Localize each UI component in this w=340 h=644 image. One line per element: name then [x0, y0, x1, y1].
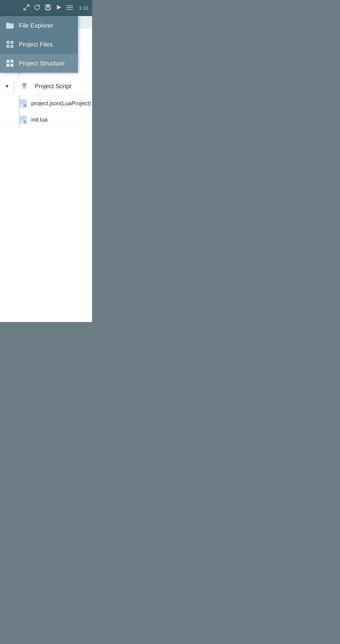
- project-script-header[interactable]: ▼ Project Script: [0, 77, 92, 95]
- refresh-icon[interactable]: [34, 4, 40, 12]
- toolbar: 1:10: [0, 0, 92, 16]
- svg-rect-49: [6, 64, 10, 67]
- svg-rect-44: [6, 45, 10, 48]
- dropdown-menu: File Explorer Project Files: [0, 16, 78, 73]
- tree-item-init-lua-2[interactable]: init.lua: [0, 112, 92, 128]
- svg-line-1: [24, 8, 26, 10]
- svg-rect-42: [6, 24, 14, 28]
- svg-marker-5: [57, 5, 61, 10]
- svg-marker-35: [22, 87, 27, 90]
- project-structure-label: Project Structure: [19, 60, 65, 67]
- section-divider: [14, 82, 14, 91]
- dropdown-project-structure[interactable]: Project Structure: [0, 54, 78, 73]
- tree-item-project-json[interactable]: project.json(LuaProject): [0, 95, 92, 112]
- svg-rect-4: [46, 7, 50, 10]
- svg-rect-46: [10, 45, 14, 48]
- collapse-icon[interactable]: [24, 4, 30, 12]
- menu-icon[interactable]: [66, 4, 73, 12]
- json-file-icon: [19, 99, 28, 108]
- dropdown-file-explorer[interactable]: File Explorer: [0, 16, 78, 35]
- save-icon[interactable]: [44, 4, 51, 12]
- vertical-line: [19, 112, 20, 128]
- toolbar-time: 1:10: [79, 6, 88, 11]
- grid-icon: [6, 40, 14, 49]
- svg-rect-50: [10, 64, 14, 67]
- svg-rect-47: [6, 60, 10, 63]
- project-json-label: project.json(LuaProject): [31, 100, 91, 107]
- svg-rect-43: [6, 41, 10, 44]
- init-lua-2-label: init.lua: [31, 116, 48, 123]
- project-script-label: Project Script: [35, 82, 71, 90]
- tiles-icon: [6, 59, 14, 68]
- init-lua-2-file-icon: [19, 116, 28, 124]
- svg-rect-48: [10, 60, 14, 63]
- file-explorer-label: File Explorer: [19, 22, 53, 29]
- toolbar-actions: 1:10: [24, 4, 88, 12]
- main-content: moProject) L: [0, 16, 92, 322]
- folder-icon: [6, 21, 14, 30]
- layers-icon: [20, 82, 28, 90]
- svg-rect-37: [20, 100, 26, 104]
- project-files-label: Project Files: [19, 41, 53, 48]
- vertical-line: [19, 95, 20, 112]
- svg-line-0: [27, 5, 29, 7]
- svg-rect-3: [46, 5, 49, 7]
- play-icon[interactable]: [56, 4, 62, 12]
- svg-rect-40: [20, 116, 26, 121]
- dropdown-project-files[interactable]: Project Files: [0, 35, 78, 54]
- svg-rect-45: [10, 41, 14, 44]
- expand-arrow[interactable]: ▼: [5, 84, 10, 89]
